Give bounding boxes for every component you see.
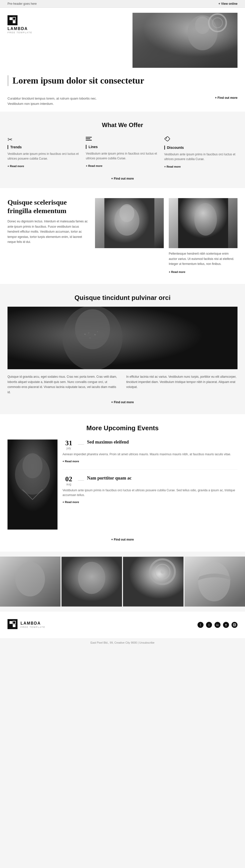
gallery-item-3 xyxy=(123,557,183,607)
pulvinar-image xyxy=(7,307,238,369)
feature-text-col: Quisque scelerisque fringilla elementum … xyxy=(7,198,90,244)
event-dash-1: — xyxy=(78,440,84,447)
social-instagram[interactable] xyxy=(232,622,238,628)
discounts-title: Discounts xyxy=(164,146,238,150)
svg-point-21 xyxy=(89,333,89,334)
svg-point-37 xyxy=(198,562,230,601)
events-find-out-link[interactable]: + Find out more xyxy=(111,538,134,541)
event-content-1: Sed maximus eleifend xyxy=(87,439,238,446)
brand-name: LAMBDA xyxy=(7,27,32,31)
event-read-more-2[interactable]: + Read more xyxy=(63,500,79,503)
event-item-2: 02 aug — Nam porttitor quam ac Vestibulu… xyxy=(63,475,238,510)
svg-point-27 xyxy=(23,453,42,478)
footer: LAMBDA FREE TEMPLATE f t G+ ♥ xyxy=(0,612,245,638)
footer-brand-name: LAMBDA xyxy=(21,621,45,625)
offers-grid: ✂ Trends Vestibulum ante ipsum prims in … xyxy=(7,136,238,168)
trends-read-more[interactable]: + Read more xyxy=(7,164,24,167)
pulvinar-col-2: In efficitur lacinia nisl ac varius. Ves… xyxy=(126,374,238,395)
trends-icon: ✂ xyxy=(7,136,81,143)
feature-read-more[interactable]: + Read more xyxy=(169,270,185,273)
svg-point-35 xyxy=(161,569,165,574)
svg-rect-8 xyxy=(86,137,92,137)
footer-bottom: East Pixel Bld., 99, Creative City 9000 … xyxy=(0,638,245,647)
feature-right-col: Pellentesque hendrerit nibh scelerisque … xyxy=(169,198,238,274)
gallery-item-4 xyxy=(184,557,245,607)
feature-body-text: Donec eu dignissim lectus. Interdum et m… xyxy=(7,219,90,244)
pre-header: Pre-header goes here + View online xyxy=(0,0,245,8)
event-month-1: july xyxy=(63,446,75,450)
svg-rect-38 xyxy=(9,621,12,624)
svg-point-19 xyxy=(75,309,110,349)
events-title: More Upcoming Events xyxy=(7,424,238,432)
event-header-2: 02 aug — Nam porttitor quam ac xyxy=(63,475,238,486)
lines-read-more[interactable]: + Read more xyxy=(86,164,102,167)
pulvinar-cols: Quisque id gravida arcu, eget sodales ri… xyxy=(7,374,238,395)
offers-find-out-link[interactable]: + Find out more xyxy=(111,177,134,180)
pulvinar-find-out-link[interactable]: + Find out more xyxy=(111,401,134,404)
trends-text: Vestibulum ante ipsum prims in faucibus … xyxy=(7,152,81,161)
offer-trends: ✂ Trends Vestibulum ante ipsum prims in … xyxy=(7,136,81,168)
pulvinar-section: Quisque tincidunt pulvinar orci xyxy=(0,284,245,414)
gallery-item-1 xyxy=(0,557,61,607)
svg-point-22 xyxy=(95,334,96,335)
svg-rect-0 xyxy=(9,17,12,20)
social-googleplus[interactable]: G+ xyxy=(214,622,220,628)
offer-lines: Lines Vestibulum ante ipsum prims in fau… xyxy=(86,136,159,168)
what-we-offer-title: What We Offer xyxy=(7,122,238,129)
event-month-2: aug xyxy=(63,483,75,486)
event-content-2: Nam porttitor quam ac xyxy=(87,475,238,482)
svg-rect-3 xyxy=(133,13,238,68)
gallery-image-2 xyxy=(62,557,122,607)
event-text-1: Aenean imperdiet pharetra viverra. Proin… xyxy=(63,452,238,457)
main-headline: Lorem ipsum dolor sit consectetur xyxy=(7,75,238,86)
event-read-more-1[interactable]: + Read more xyxy=(63,460,79,463)
svg-point-43 xyxy=(235,624,236,624)
offer-discounts: Discounts Vestibulum ante ipsum prims in… xyxy=(164,136,238,168)
svg-point-23 xyxy=(97,332,98,332)
feature-image-2 xyxy=(169,198,238,248)
footer-brand-sub: FREE TEMPLATE xyxy=(21,626,45,628)
svg-point-31 xyxy=(78,562,105,594)
events-layout: 31 july — Sed maximus eleifend Aenean im… xyxy=(7,439,238,530)
logo-area: LAMBDA FREE TEMPLATE xyxy=(7,13,32,34)
event-item-1: 31 july — Sed maximus eleifend Aenean im… xyxy=(63,439,238,469)
pulvinar-text-2: In efficitur lacinia nisl ac varius. Ves… xyxy=(126,374,238,390)
header-hero xyxy=(133,13,238,68)
logo-icon xyxy=(9,17,16,24)
intro-find-out-link[interactable]: + Find out more xyxy=(215,96,238,99)
event-dash-2: — xyxy=(78,476,84,483)
events-section: More Upcoming Events xyxy=(0,414,245,552)
event-text-2: Vestibulum ante ipsum primis in faucibus… xyxy=(63,488,238,498)
events-img-col xyxy=(7,439,58,530)
view-online-link[interactable]: + View online xyxy=(218,2,238,5)
gallery-image-4 xyxy=(184,557,245,607)
feature-layout: Quisque scelerisque fringilla elementum … xyxy=(7,198,238,274)
social-twitter[interactable]: t xyxy=(206,622,212,628)
social-pinterest[interactable]: ♥ xyxy=(223,622,229,628)
svg-point-11 xyxy=(166,137,167,138)
feature-image-1 xyxy=(95,198,164,248)
svg-point-20 xyxy=(84,334,85,335)
discounts-text: Vestibulum ante ipsum prims in faucibus … xyxy=(164,152,238,162)
footer-logo-box xyxy=(7,619,18,629)
feature-title: Quisque scelerisque fringilla elementum xyxy=(7,198,90,215)
pulvinar-text-1: Quisque id gravida arcu, eget sodales ri… xyxy=(7,374,119,395)
discounts-read-more[interactable]: + Read more xyxy=(164,165,181,168)
feature-section: Quisque scelerisque fringilla elementum … xyxy=(0,188,245,284)
intro-area: Curabitur tincidunt tempus lorem, at rut… xyxy=(0,96,245,112)
intro-text: Curabitur tincidunt tempus lorem, at rut… xyxy=(7,96,112,106)
header: LAMBDA FREE TEMPLATE xyxy=(0,8,245,68)
lines-text: Vestibulum ante ipsum prims in faucibus … xyxy=(86,151,159,161)
svg-point-14 xyxy=(119,204,135,222)
pulvinar-col-1: Quisque id gravida arcu, eget sodales ri… xyxy=(7,374,119,395)
social-facebook[interactable]: f xyxy=(198,622,204,628)
events-img-inner xyxy=(7,439,58,530)
svg-point-16 xyxy=(195,203,217,236)
svg-point-29 xyxy=(15,562,45,596)
svg-point-5 xyxy=(195,17,210,34)
footer-logo-icon xyxy=(9,621,16,628)
svg-point-42 xyxy=(234,624,235,625)
event-title-2: Nam porttitor quam ac xyxy=(87,475,238,481)
lines-icon xyxy=(86,136,159,143)
svg-rect-40 xyxy=(13,621,15,624)
